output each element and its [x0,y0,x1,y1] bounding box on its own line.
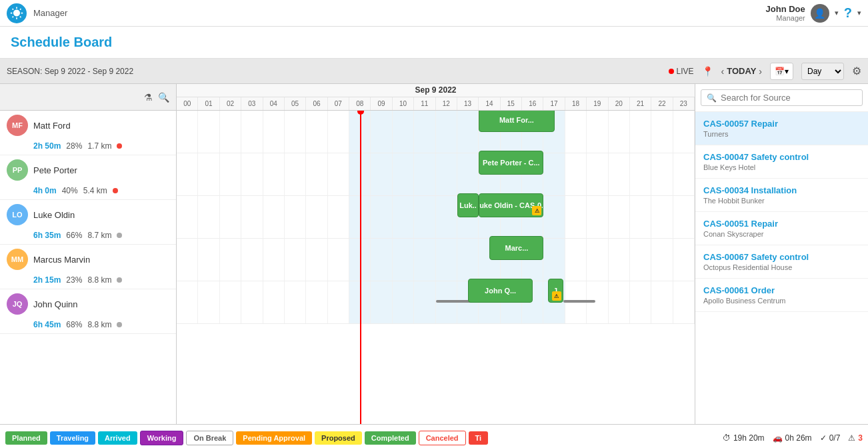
hour-05: 05 [285,97,306,110]
resource-row1-2: LO Luke Oldin [0,200,176,229]
user-role: Manager [766,14,805,22]
gantt-block-4[interactable]: Marc... [489,236,543,260]
resource-avatar-0: MF [7,115,28,136]
calendar-icon: 📅 [775,67,785,76]
help-chevron[interactable]: ▾ [857,9,861,17]
resource-item-3[interactable]: MM Marcus Marvin 2h 15m 23% 8.8 km [0,245,176,289]
gantt-block-2[interactable]: Luk.. [457,193,479,217]
gantt-header: Sep 9 2022 00010203040506070809101112131… [177,84,695,111]
gantt-date: Sep 9 2022 [177,84,695,97]
hour-21: 21 [630,97,651,110]
resource-row2-1: 4h 0m 40% 5.4 km [0,185,176,199]
source-item-1[interactable]: CAS-00047 Safety control Blue Keys Hotel [695,145,868,179]
resource-name-3: Marcus Marvin [33,255,90,265]
resource-status-dot-4 [117,322,122,327]
location-icon[interactable]: 📍 [702,66,713,77]
hour-00: 00 [177,97,198,110]
gantt-block-8[interactable] [563,300,596,303]
status-badge-6: Proposed [315,431,362,445]
source-item-0[interactable]: CAS-00057 Repair Turners [695,112,868,145]
drive-time-value: 0h 26m [785,433,812,443]
user-chevron[interactable]: ▾ [835,9,839,17]
case-location-2: The Hobbit Bunker [703,197,860,205]
resource-item-2[interactable]: LO Luke Oldin 6h 35m 66% 8.7 km [0,200,176,245]
warnings-value: 3 [858,433,863,443]
gantt-row-3 [177,239,695,281]
resource-row1-4: JQ John Quinn [0,289,176,319]
warning-icon: ⚠ [848,433,855,443]
case-number-1: CAS-00047 Safety control [703,152,860,162]
resource-avatar-2: LO [7,204,28,225]
calendar-chevron: ▾ [785,67,789,76]
time-indicator [360,111,361,424]
resource-time-1: 4h 0m [33,186,57,195]
gantt-row-2 [177,196,695,239]
status-badge-7: Completed [365,431,416,445]
live-indicator: LIVE [669,67,694,76]
case-number-3: CAS-00051 Repair [703,219,860,229]
gantt-block-1[interactable]: Pete Porter - C... [479,151,543,175]
hour-20: 20 [609,97,630,110]
resource-item-1[interactable]: PP Pete Porter 4h 0m 40% 5.4 km [0,155,176,200]
source-item-2[interactable]: CAS-00034 Installation The Hobbit Bunker [695,179,868,212]
season-text: SEASON: Sep 9 2022 - Sep 9 2022 [7,67,133,76]
gantt-block-6[interactable]: John Q... [468,279,533,303]
gantt-hours-row: 0001020304050607080910111213141516171819… [177,97,695,110]
resource-item-4[interactable]: JQ John Quinn 6h 45m 68% 8.8 km [0,289,176,334]
resource-time-0: 2h 50m [33,141,61,151]
resource-list: MF Matt Ford 2h 50m 28% 1.7 km PP Pete P… [0,111,176,334]
search-resources-button[interactable]: 🔍 [158,92,169,103]
view-mode-select[interactable]: Day Week Month [801,63,844,80]
search-area: 🔍 [695,84,868,112]
search-box[interactable]: 🔍 [701,89,863,106]
resource-avatar-4: JQ [7,293,28,315]
clock-icon: ⏱ [723,433,731,443]
resource-row2-2: 6h 35m 66% 8.7 km [0,229,176,244]
case-location-4: Octopus Residential House [703,263,860,271]
drive-time-stat: 🚗 0h 26m [773,433,812,443]
case-number-0: CAS-00057 Repair [703,119,860,129]
source-item-3[interactable]: CAS-00051 Repair Conan Skyscraper [695,212,868,245]
gantt-row-4 [177,281,695,324]
status-bar: PlannedTravelingArrivedWorkingOn BreakPe… [0,424,868,448]
resource-dist-1: 5.4 km [83,186,107,195]
resource-dist-2: 8.7 km [87,231,111,240]
help-icon[interactable]: ? [844,5,852,21]
hour-01: 01 [198,97,219,110]
gantt-block-3[interactable]: Luke Oldin - CAS-0...⚠ [479,193,543,217]
hour-14: 14 [479,97,500,110]
resource-dist-4: 8.8 km [87,320,111,329]
gantt-block-7[interactable]: J⚠ [548,279,563,303]
settings-icon[interactable]: ⚙ [852,65,861,77]
resource-name-4: John Quinn [33,299,78,309]
hour-15: 15 [501,97,522,110]
status-badge-3: Working [140,431,184,445]
case-number-5: CAS-00061 Order [703,285,860,295]
live-label: LIVE [677,67,694,76]
user-avatar[interactable]: 👤 [811,4,829,23]
filter-button[interactable]: ⚗ [144,92,153,103]
source-item-5[interactable]: CAS-00061 Order Apollo Business Centrum [695,279,868,312]
resource-row1-1: PP Pete Porter [0,155,176,185]
search-input[interactable] [721,93,857,103]
user-info: John Doe Manager [766,4,805,22]
app-logo [7,3,27,23]
status-badge-0: Planned [5,431,47,445]
next-day-button[interactable]: › [759,66,762,77]
calendar-button[interactable]: 📅 ▾ [770,63,793,80]
prev-day-button[interactable]: ‹ [721,66,725,77]
resource-name-2: Luke Oldin [33,210,75,220]
source-item-4[interactable]: CAS-00067 Safety control Octopus Residen… [695,245,868,279]
warning-icon-3: ⚠ [532,206,541,215]
assignments-stat: ✓ 0/7 [820,433,841,443]
gantt-row-1 [177,153,695,196]
resource-pct-2: 66% [66,231,82,240]
today-label[interactable]: TODAY [727,66,756,76]
gantt-block-0[interactable]: Matt For... [479,111,554,132]
resource-item-0[interactable]: MF Matt Ford 2h 50m 28% 1.7 km [0,111,176,155]
gantt-body: Matt For...Pete Porter - C...Luk..Luke O… [177,111,695,424]
hour-13: 13 [457,97,479,110]
resource-name-1: Pete Porter [33,165,77,175]
resource-dist-0: 1.7 km [87,141,111,151]
live-dot [669,69,674,74]
